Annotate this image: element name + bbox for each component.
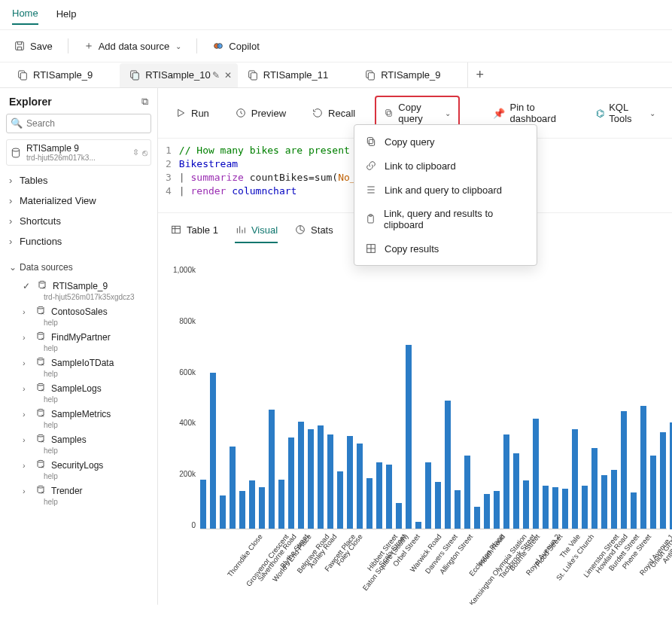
dd-copy-query[interactable]: Copy query — [354, 130, 537, 154]
divider — [196, 38, 197, 53]
bar[interactable] — [298, 422, 304, 530]
visual-tab[interactable]: Visual — [235, 221, 278, 243]
data-source-item[interactable]: ›SampleLogshelp — [6, 380, 151, 405]
current-database[interactable]: RTISample 9trd-hjut526m017k3... ⇳ ⎋ — [6, 139, 151, 166]
bar[interactable] — [210, 373, 216, 529]
data-source-item[interactable]: ›SecurityLogshelp — [6, 456, 151, 482]
bar[interactable] — [406, 345, 412, 529]
data-sources-header[interactable]: Data sources — [6, 258, 151, 277]
rename-tab-icon[interactable]: ✎ — [212, 70, 220, 81]
close-tab-icon[interactable]: ✕ — [224, 70, 232, 81]
bar[interactable] — [396, 503, 402, 529]
data-source-item[interactable]: ›ContosoSaleshelp — [6, 303, 151, 328]
bar[interactable] — [445, 401, 451, 530]
bar[interactable] — [513, 453, 519, 530]
bar[interactable] — [533, 419, 539, 529]
bar[interactable] — [288, 438, 294, 530]
bar[interactable] — [220, 495, 226, 530]
bar[interactable] — [611, 470, 617, 529]
doc-tab-active[interactable]: RTISample_10 ✎ ✕ — [120, 63, 237, 87]
bar[interactable] — [366, 478, 372, 529]
data-source-item[interactable]: ✓RTISample_9trd-hjut526m017k35xgdcz3 — [6, 277, 151, 303]
dd-link-query-results[interactable]: Link, query and results to clipboard — [354, 202, 537, 236]
bar[interactable] — [337, 471, 343, 529]
bar[interactable] — [200, 480, 206, 530]
bar[interactable] — [484, 494, 490, 529]
bar[interactable] — [582, 486, 588, 529]
bar[interactable] — [464, 456, 470, 529]
bar[interactable] — [435, 482, 441, 529]
tree-group-tables[interactable]: Tables — [6, 170, 151, 191]
bar[interactable] — [318, 425, 324, 529]
database-ref-icon — [36, 279, 48, 293]
preview-button[interactable]: Preview — [229, 104, 292, 122]
bar[interactable] — [503, 434, 509, 529]
recall-button[interactable]: Recall — [306, 104, 361, 122]
save-button[interactable]: Save — [8, 37, 59, 55]
bar[interactable] — [562, 489, 568, 529]
doc-tabs: RTISample_9 RTISample_10 ✎ ✕ RTISample_1… — [0, 62, 672, 88]
bar[interactable] — [494, 491, 500, 529]
data-source-sub: help — [23, 395, 148, 404]
bar[interactable] — [376, 462, 382, 529]
bar[interactable] — [230, 447, 236, 529]
bar[interactable] — [308, 429, 314, 529]
tree-group-functions[interactable]: Functions — [6, 231, 151, 252]
bar[interactable] — [347, 436, 353, 529]
bar[interactable] — [259, 487, 265, 529]
dd-link-clipboard[interactable]: Link to clipboard — [354, 154, 537, 178]
y-tick: 1,000k — [166, 266, 196, 274]
bar[interactable] — [327, 434, 333, 529]
data-source-item[interactable]: ›Sampleshelp — [6, 431, 151, 456]
bar[interactable] — [601, 475, 607, 529]
code-lines[interactable]: // How many bikes are present Bikestream… — [179, 145, 356, 199]
bar[interactable] — [455, 490, 461, 530]
expand-icon[interactable]: ⇳ — [132, 148, 139, 158]
menu-home[interactable]: Home — [12, 5, 38, 25]
bar[interactable] — [591, 448, 598, 530]
dd-copy-results[interactable]: Copy results — [354, 236, 537, 261]
run-button[interactable]: Run — [169, 104, 215, 122]
bar[interactable] — [552, 487, 558, 529]
kql-tools-button[interactable]: ⌬ KQL Tools ⌄ — [590, 99, 661, 127]
bar[interactable] — [650, 456, 656, 529]
add-data-source-button[interactable]: ＋ Add data source ⌄ — [78, 36, 188, 56]
table-tab[interactable]: Table 1 — [170, 221, 218, 243]
bar[interactable] — [278, 480, 284, 530]
bar[interactable] — [425, 462, 431, 529]
doc-tab[interactable]: RTISample_9 — [8, 63, 120, 87]
new-tab-button[interactable]: + — [467, 62, 491, 87]
svg-point-16 — [38, 383, 44, 386]
doc-tab[interactable]: RTISample_11 — [238, 63, 355, 87]
bar[interactable] — [631, 492, 637, 529]
tree-group-materialized-view[interactable]: Materialized View — [6, 191, 151, 211]
tree-group-shortcuts[interactable]: Shortcuts — [6, 211, 151, 231]
bar[interactable] — [239, 491, 245, 529]
bar[interactable] — [386, 465, 392, 529]
pin-dashboard-button[interactable]: 📌 Pin to dashboard — [487, 99, 576, 127]
stats-tab[interactable]: Stats — [294, 221, 333, 243]
svg-point-12 — [39, 281, 45, 283]
menu-help[interactable]: Help — [56, 5, 77, 24]
bar[interactable] — [572, 429, 578, 529]
doc-tab[interactable]: RTISample_9 — [355, 63, 467, 87]
bar[interactable] — [640, 406, 646, 530]
bar[interactable] — [269, 410, 275, 529]
dd-link-query-clipboard[interactable]: Link and query to clipboard — [354, 178, 537, 202]
bar[interactable] — [474, 507, 480, 529]
bar[interactable] — [543, 486, 549, 529]
bar[interactable] — [357, 444, 363, 529]
data-source-name: FindMyPartner — [51, 332, 111, 343]
copilot-button[interactable]: Copilot — [206, 37, 265, 55]
data-source-item[interactable]: ›SampleIoTDatahelp — [6, 354, 151, 380]
data-source-item[interactable]: ›FindMyPartnerhelp — [6, 328, 151, 354]
data-source-item[interactable]: ›SampleMetricshelp — [6, 405, 151, 431]
bar[interactable] — [621, 411, 627, 530]
bar[interactable] — [249, 480, 255, 529]
search-input[interactable] — [6, 114, 151, 133]
bar[interactable] — [660, 432, 666, 530]
panel-toggle-icon[interactable]: ⧉ — [141, 96, 148, 108]
data-source-item[interactable]: ›Trenderhelp — [6, 482, 151, 508]
bar[interactable] — [523, 480, 529, 529]
open-external-icon[interactable]: ⎋ — [142, 148, 147, 158]
